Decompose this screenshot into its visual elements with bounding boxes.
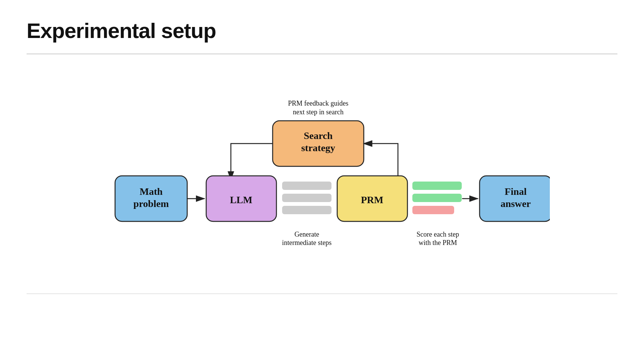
diagram-svg: .hw { font-family: 'Comic Sans MS', 'Cha… [94, 70, 550, 282]
score-steps-label-line1: Score each step [417, 231, 459, 238]
prm-feedback-label-line2: next step in search [293, 108, 343, 116]
prm-label: PRM [361, 194, 383, 205]
prm-feedback-label-line1: PRM feedback guides [288, 100, 349, 107]
green-bar-1 [412, 182, 462, 190]
score-steps-label-line2: with the PRM [418, 239, 457, 246]
green-bar-2 [412, 194, 462, 202]
search-strategy-label-line1: Search [304, 130, 333, 141]
top-divider [27, 54, 617, 54]
math-problem-label-line1: Math [140, 186, 163, 197]
diagram-area: .hw { font-family: 'Comic Sans MS', 'Cha… [27, 70, 617, 282]
math-problem-label-line2: problem [133, 198, 169, 209]
bottom-divider [27, 294, 617, 294]
generate-steps-label-line2: intermediate steps [282, 239, 331, 246]
gray-bar-3 [282, 206, 331, 214]
strategy-to-llm-arrow [231, 144, 273, 180]
final-answer-label-line2: answer [500, 198, 530, 209]
prm-to-strategy-arrow [364, 144, 398, 180]
page-title: Experimental setup [27, 18, 617, 43]
final-answer-label-line1: Final [505, 186, 527, 197]
llm-label: LLM [230, 194, 252, 205]
gray-bar-1 [282, 182, 331, 190]
gray-bar-2 [282, 194, 331, 202]
page-container: Experimental setup .hw { font-family: 'C… [0, 0, 644, 357]
generate-steps-label-line1: Generate [295, 231, 319, 238]
search-strategy-label-line2: strategy [301, 142, 335, 153]
pink-bar-1 [412, 206, 454, 214]
